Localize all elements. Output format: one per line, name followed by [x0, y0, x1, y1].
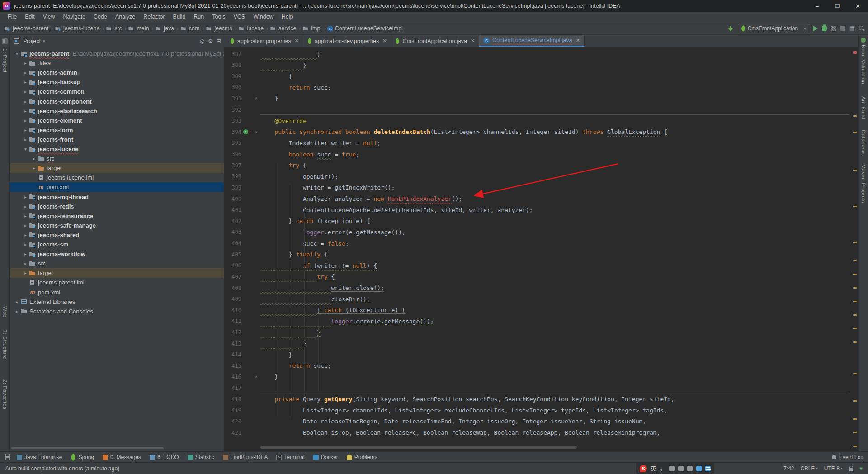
menu-item-vcs[interactable]: VCS [229, 13, 249, 21]
code-line-396[interactable]: 396 boolean succ = true; [224, 149, 852, 160]
code-line-394[interactable]: 394↑↑∨ public synchronized boolean delet… [224, 126, 852, 137]
expand-arrow-icon[interactable]: ▸ [22, 194, 29, 199]
warning-stripe-mark[interactable] [853, 132, 857, 133]
fold-marker-icon[interactable]: ∧ [253, 375, 259, 379]
expand-arrow-icon[interactable]: ▸ [14, 299, 20, 304]
code-line-408[interactable]: 408 writer.close(); [224, 282, 852, 294]
expand-arrow-icon[interactable]: ▸ [22, 118, 29, 123]
menu-item-navigate[interactable]: Navigate [59, 13, 90, 21]
tree-item-jeecms-sm[interactable]: ▸jeecms-sm [10, 240, 224, 249]
tree-item-External Libraries[interactable]: ▸External Libraries [10, 297, 224, 307]
menu-item-help[interactable]: Help [278, 13, 297, 21]
code-line-407[interactable]: 407 try { [224, 271, 852, 282]
warning-stripe-mark[interactable] [853, 170, 857, 171]
tool-button-problems[interactable]: Problems [347, 454, 377, 460]
breadcrumb-item-service[interactable]: service [269, 25, 297, 32]
code-line-399[interactable]: 399 writer = getIndexWriter(); [224, 182, 852, 193]
menu-item-refactor[interactable]: Refactor [139, 13, 169, 21]
event-log-button[interactable]: Event Log [832, 454, 863, 460]
tree-item-jeecms-redis[interactable]: ▸jeecms-redis [10, 202, 224, 211]
expand-arrow-icon[interactable]: ▸ [22, 89, 29, 94]
hide-panel-icon[interactable]: ⊟ [217, 38, 221, 44]
tree-item-jeecms-common[interactable]: ▸jeecms-common [10, 87, 224, 96]
code-line-400[interactable]: 400 Analyzer analyzer = new HanLPIndexAn… [224, 193, 852, 204]
chevron-down-icon[interactable]: ▾ [43, 39, 45, 43]
ime-mode-icon[interactable] [705, 466, 711, 471]
tree-item-pom.xml[interactable]: mpom.xml [10, 288, 224, 297]
tool-button-docker[interactable]: Docker [313, 454, 338, 460]
warning-stripe-mark[interactable] [853, 432, 857, 433]
tool-stripe-1-project[interactable]: 1: Project [0, 48, 10, 73]
menu-item-tools[interactable]: Tools [208, 13, 229, 21]
tree-item-jeecms-form[interactable]: ▸jeecms-form [10, 125, 224, 135]
warning-stripe-mark[interactable] [853, 206, 857, 207]
expand-arrow-icon[interactable]: ▸ [22, 223, 29, 228]
code-line-404[interactable]: 404 succ = false; [224, 238, 852, 249]
menu-item-analyze[interactable]: Analyze [111, 13, 139, 21]
expand-arrow-icon[interactable]: ▸ [22, 270, 29, 275]
tool-button-statistic[interactable]: Statistic [188, 454, 214, 460]
tool-stripe-7-structure[interactable]: 7: Structure [0, 330, 10, 359]
code-line-401[interactable]: 401 ContentLuceneApache.delete(channelId… [224, 204, 852, 216]
caret-position-widget[interactable]: 7:42 [783, 465, 794, 472]
collapse-arrow-icon[interactable]: ▾ [22, 147, 29, 152]
tree-item-jeecms-shared[interactable]: ▸jeecms-shared [10, 230, 224, 240]
expand-arrow-icon[interactable]: ▸ [22, 213, 29, 218]
menu-item-edit[interactable]: Edit [21, 13, 39, 21]
sogou-ime-icon[interactable]: S [640, 465, 647, 472]
tool-button-spring[interactable]: Spring [71, 454, 94, 460]
code-line-403[interactable]: 403 logger.error(e.getMessage()); [224, 227, 852, 238]
tool-stripe-web[interactable]: Web [0, 306, 10, 318]
close-button[interactable]: ✕ [848, 0, 868, 12]
ime-punctuation-toggle[interactable]: ， [660, 464, 665, 473]
warning-stripe-mark[interactable] [853, 328, 857, 329]
tree-item-jeecms-workflow[interactable]: ▸jeecms-workflow [10, 249, 224, 259]
locate-file-icon[interactable]: ◎ [200, 38, 204, 44]
project-panel-hscrollbar[interactable] [11, 447, 164, 449]
tree-item-.idea[interactable]: ▸.idea [10, 58, 224, 68]
tab-application-dev.properties[interactable]: application-dev.properties✕ [303, 35, 391, 47]
tree-item-Scratches and Consoles[interactable]: ▸Scratches and Consoles [10, 307, 224, 316]
line-ending-widget[interactable]: CRLF▾ [801, 465, 818, 472]
breadcrumb-item-ContentLuceneServiceImpl[interactable]: CContentLuceneServiceImpl [327, 25, 403, 32]
code-line-406[interactable]: 406 if (writer != null) { [224, 260, 852, 271]
error-stripe-mark[interactable] [853, 51, 857, 54]
tool-stripe-2-favorites[interactable]: 2: Favorites [0, 379, 10, 409]
minimize-button[interactable]: – [807, 0, 827, 12]
menu-item-code[interactable]: Code [90, 13, 111, 21]
tool-button-0-messages[interactable]: 0: Messages [103, 454, 141, 460]
tree-item-jeecms-backup[interactable]: ▸jeecms-backup [10, 77, 224, 87]
warning-stripe-mark[interactable] [853, 446, 857, 447]
code-line-402[interactable]: 402 } catch (Exception e) { [224, 215, 852, 227]
code-line-392[interactable]: 392 [224, 104, 852, 115]
warning-stripe-mark[interactable] [853, 274, 857, 275]
breadcrumb-item-jeecms-parent[interactable]: jeecms-parent [4, 25, 48, 32]
ime-toolbox-icon[interactable] [687, 466, 693, 471]
expand-arrow-icon[interactable]: ▸ [22, 204, 29, 209]
tree-item-jeecms-parent.iml[interactable]: jeecms-parent.iml [10, 278, 224, 287]
warning-stripe-mark[interactable] [853, 301, 857, 302]
close-icon[interactable]: ✕ [382, 38, 387, 44]
editor-hscrollbar[interactable] [260, 446, 577, 449]
menu-item-file[interactable]: File [4, 13, 21, 21]
menu-item-view[interactable]: View [39, 13, 59, 21]
code-line-421[interactable]: 421 Boolean isTop, Boolean releasePc, Bo… [224, 427, 852, 438]
code-line-388[interactable]: 388 } [224, 60, 852, 71]
readonly-lock-icon[interactable] [849, 468, 853, 471]
close-icon[interactable]: ✕ [576, 38, 580, 43]
warning-stripe-mark[interactable] [853, 314, 857, 316]
breadcrumb-item-com[interactable]: com [180, 25, 200, 32]
ime-sync-icon[interactable] [696, 466, 702, 471]
tree-item-jeecms-mq-thread[interactable]: ▸jeecms-mq-thread [10, 192, 224, 202]
collapse-arrow-icon[interactable]: ▾ [14, 51, 20, 56]
tab-CmsFrontApplication.java[interactable]: CmsFrontApplication.java✕ [391, 35, 479, 47]
tab-ContentLuceneServiceImpl.java[interactable]: CContentLuceneServiceImpl.java✕ [479, 35, 585, 47]
breadcrumb-item-java[interactable]: java [155, 25, 174, 32]
tab-application.properties[interactable]: application.properties✕ [226, 35, 303, 47]
code-line-419[interactable]: 419 List<Integer> channelIds, List<Integ… [224, 405, 852, 416]
code-line-418[interactable]: 418 private Query getQuery(String keywor… [224, 393, 852, 405]
expand-arrow-icon[interactable]: ▸ [22, 251, 29, 256]
settings-gear-icon[interactable]: ⚙ [208, 38, 213, 44]
expand-arrow-icon[interactable]: ▸ [22, 61, 29, 66]
menu-item-window[interactable]: Window [249, 13, 277, 21]
